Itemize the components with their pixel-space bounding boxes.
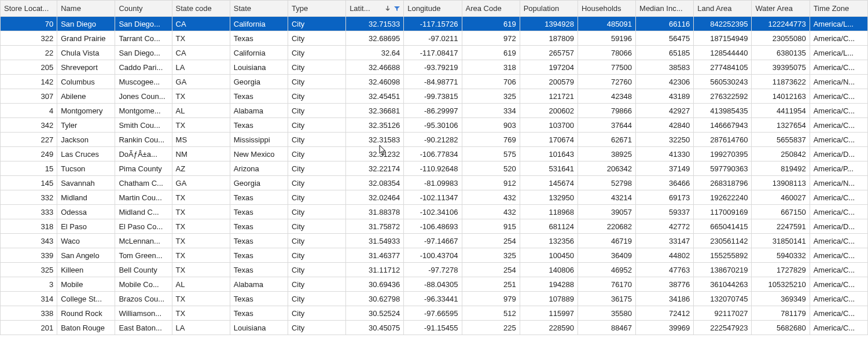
table-row[interactable]: 22Chula VistaSan Diego...CACaliforniaCit… [1, 46, 868, 60]
cell-area[interactable]: 334 [462, 104, 520, 118]
cell-tz[interactable]: America/L... [810, 17, 867, 31]
cell-state[interactable]: Louisiana [230, 321, 288, 335]
cell-pop[interactable]: 170674 [520, 133, 578, 147]
cell-loc[interactable]: 3 [1, 277, 57, 292]
cell-land[interactable]: 92117027 [694, 306, 752, 321]
cell-state[interactable]: Alabama [230, 277, 288, 292]
cell-tz[interactable]: America/C... [810, 118, 867, 133]
cell-state[interactable]: Texas [230, 118, 288, 133]
table-row[interactable]: 307AbileneJones Coun...TXTexasCity32.454… [1, 89, 868, 104]
cell-tz[interactable]: America/C... [810, 190, 867, 205]
cell-type[interactable]: City [288, 31, 345, 46]
cell-lon[interactable]: -88.04305 [404, 277, 462, 292]
cell-name[interactable]: Tucson [57, 161, 115, 176]
cell-type[interactable]: City [288, 147, 345, 161]
cell-loc[interactable]: 342 [1, 118, 57, 133]
cell-type[interactable]: City [288, 263, 345, 277]
cell-land[interactable]: 268318796 [694, 176, 752, 190]
cell-loc[interactable]: 205 [1, 60, 57, 75]
cell-pop[interactable]: 187809 [520, 31, 578, 46]
column-header-inc[interactable]: Median Inc... [636, 1, 694, 17]
cell-county[interactable]: Williamson... [115, 306, 172, 321]
cell-state[interactable]: Georgia [230, 176, 288, 190]
cell-water[interactable]: 11873622 [752, 75, 810, 89]
cell-county[interactable]: DoÃƒÂ±a... [115, 147, 172, 161]
cell-loc[interactable]: 70 [1, 17, 57, 31]
cell-hh[interactable]: 36175 [578, 292, 635, 306]
cell-stcode[interactable]: CA [172, 46, 230, 60]
cell-pop[interactable]: 118968 [520, 205, 578, 219]
cell-type[interactable]: City [288, 89, 345, 104]
table-row[interactable]: 332MidlandMartin Cou...TXTexasCity32.024… [1, 190, 868, 205]
column-header-area[interactable]: Area Code [462, 1, 520, 17]
cell-loc[interactable]: 338 [1, 306, 57, 321]
table-row[interactable]: 15TucsonPima CountyAZArizonaCity32.22174… [1, 161, 868, 176]
cell-loc[interactable]: 142 [1, 75, 57, 89]
cell-area[interactable]: 903 [462, 118, 520, 133]
table-row[interactable]: 342TylerSmith Cou...TXTexasCity32.35126-… [1, 118, 868, 133]
cell-name[interactable]: Shreveport [57, 60, 115, 75]
cell-land[interactable]: 361044263 [694, 277, 752, 292]
cell-lat[interactable]: 31.88378 [346, 205, 404, 219]
data-grid[interactable]: Store Locat...NameCountyState codeStateT… [0, 0, 868, 335]
cell-land[interactable]: 199270395 [694, 147, 752, 161]
cell-hh[interactable]: 43214 [578, 190, 635, 205]
cell-stcode[interactable]: TX [172, 306, 230, 321]
cell-pop[interactable]: 145674 [520, 176, 578, 190]
cell-name[interactable]: Tyler [57, 118, 115, 133]
cell-area[interactable]: 432 [462, 190, 520, 205]
cell-state[interactable]: Texas [230, 263, 288, 277]
table-row[interactable]: 333OdessaMidland C...TXTexasCity31.88378… [1, 205, 868, 219]
cell-county[interactable]: Chatham C... [115, 176, 172, 190]
table-row[interactable]: 325KilleenBell CountyTXTexasCity31.11712… [1, 263, 868, 277]
cell-hh[interactable]: 77500 [578, 60, 635, 75]
cell-state[interactable]: Alabama [230, 104, 288, 118]
cell-type[interactable]: City [288, 118, 345, 133]
cell-stcode[interactable]: TX [172, 89, 230, 104]
cell-water[interactable]: 6380135 [752, 46, 810, 60]
cell-lat[interactable]: 32.46688 [346, 60, 404, 75]
cell-area[interactable]: 972 [462, 31, 520, 46]
cell-lat[interactable]: 30.45075 [346, 321, 404, 335]
cell-state[interactable]: Texas [230, 234, 288, 248]
cell-tz[interactable]: America/C... [810, 292, 867, 306]
cell-name[interactable]: Mobile [57, 277, 115, 292]
cell-state[interactable]: New Mexico [230, 147, 288, 161]
cell-inc[interactable]: 38776 [636, 277, 694, 292]
cell-lat[interactable]: 32.31583 [346, 133, 404, 147]
filter-icon[interactable] [394, 6, 400, 12]
cell-lat[interactable]: 32.64 [346, 46, 404, 60]
table-row[interactable]: 142ColumbusMuscogee...GAGeorgiaCity32.46… [1, 75, 868, 89]
cell-county[interactable]: Tom Green... [115, 248, 172, 263]
cell-tz[interactable]: America/N... [810, 75, 867, 89]
cell-state[interactable]: Louisiana [230, 60, 288, 75]
column-header-stcode[interactable]: State code [172, 1, 230, 17]
cell-tz[interactable]: America/C... [810, 277, 867, 292]
cell-pop[interactable]: 140806 [520, 263, 578, 277]
cell-type[interactable]: City [288, 75, 345, 89]
cell-tz[interactable]: America/C... [810, 234, 867, 248]
column-header-pop[interactable]: Population [520, 1, 578, 17]
cell-pop[interactable]: 100450 [520, 248, 578, 263]
cell-lon[interactable]: -100.43704 [404, 248, 462, 263]
cell-stcode[interactable]: TX [172, 219, 230, 234]
cell-name[interactable]: Grand Prairie [57, 31, 115, 46]
cell-pop[interactable]: 228590 [520, 321, 578, 335]
cell-pop[interactable]: 1394928 [520, 17, 578, 31]
cell-lon[interactable]: -110.92648 [404, 161, 462, 176]
table-row[interactable]: 145SavannahChatham C...GAGeorgiaCity32.0… [1, 176, 868, 190]
table-row[interactable]: 227JacksonRankin Cou...MSMississippiCity… [1, 133, 868, 147]
cell-state[interactable]: Texas [230, 31, 288, 46]
cell-water[interactable]: 369349 [752, 292, 810, 306]
cell-land[interactable]: 187154949 [694, 31, 752, 46]
cell-stcode[interactable]: LA [172, 321, 230, 335]
cell-tz[interactable]: America/C... [810, 205, 867, 219]
cell-lat[interactable]: 31.75872 [346, 219, 404, 234]
cell-type[interactable]: City [288, 190, 345, 205]
cell-loc[interactable]: 325 [1, 263, 57, 277]
cell-loc[interactable]: 249 [1, 147, 57, 161]
cell-name[interactable]: Killeen [57, 263, 115, 277]
cell-pop[interactable]: 197204 [520, 60, 578, 75]
cell-water[interactable]: 781179 [752, 306, 810, 321]
cell-pop[interactable]: 121721 [520, 89, 578, 104]
